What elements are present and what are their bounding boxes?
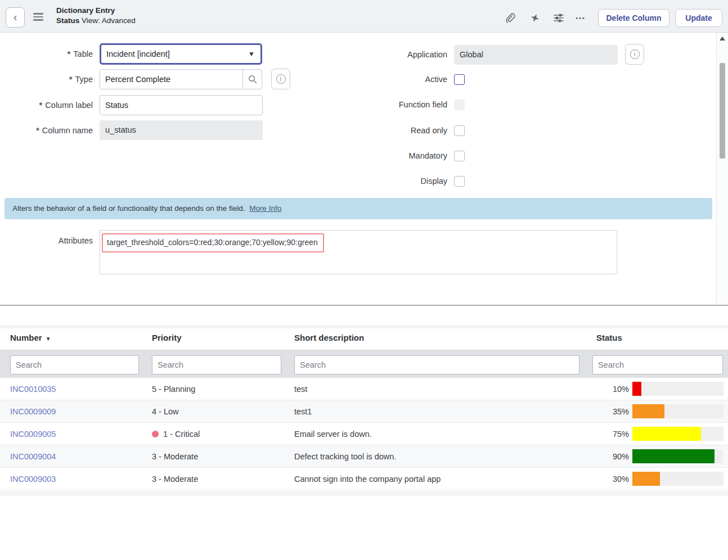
type-info-button[interactable]: i — [271, 69, 290, 89]
column-header-status[interactable]: Status — [596, 333, 622, 342]
field-info-banner: Alters the behavior of a field or functi… — [5, 198, 712, 219]
record-link[interactable]: INC0009004 — [10, 445, 56, 468]
required-icon: * — [39, 100, 43, 110]
page-title: Dictionary Entry Status View: Advanced — [56, 6, 136, 26]
column-header-number[interactable]: Number▼ — [10, 333, 51, 342]
search-input-priority[interactable] — [152, 355, 281, 374]
short-description-cell: test — [294, 378, 307, 400]
application-info-button[interactable]: i — [625, 44, 644, 65]
type-lookup-button[interactable] — [242, 69, 262, 89]
status-bar-track — [632, 382, 723, 396]
info-icon: i — [276, 74, 286, 84]
list-search-row — [0, 350, 728, 378]
view-label: View: Advanced — [82, 16, 136, 25]
status-percent: 10% — [574, 378, 629, 400]
short-description-cell: Email server is down. — [294, 423, 372, 445]
table-select[interactable]: Incident [incident] ▼ — [100, 43, 262, 65]
status-bar-fill — [632, 382, 641, 396]
record-link[interactable]: INC0009003 — [10, 468, 56, 490]
banner-text: Alters the behavior of a field or functi… — [12, 204, 245, 213]
record-name: Status — [56, 16, 79, 25]
sort-caret-icon: ▼ — [46, 336, 51, 342]
table-row: INC0009003 3 - Moderate Cannot sign into… — [0, 468, 728, 490]
search-input-status[interactable] — [592, 355, 723, 374]
table-row: INC0010035 5 - Planning test 10% — [0, 378, 728, 400]
status-percent: 75% — [574, 423, 629, 445]
priority-cell: 5 - Planning — [152, 378, 195, 400]
priority-cell: 3 - Moderate — [152, 445, 198, 468]
status-bar-fill — [632, 449, 714, 463]
status-bar-track — [632, 449, 723, 463]
form-title: Dictionary Entry — [56, 6, 136, 16]
mandatory-label: Mandatory — [307, 151, 447, 160]
back-button[interactable]: ‹ — [6, 7, 25, 28]
info-icon: i — [630, 49, 640, 59]
record-link[interactable]: INC0010035 — [10, 378, 56, 400]
personalize-sliders-icon[interactable] — [553, 12, 564, 24]
read-only-checkbox[interactable] — [454, 125, 465, 136]
required-icon: * — [36, 125, 39, 135]
status-bar-track — [632, 472, 723, 486]
table-label: *Table — [0, 49, 93, 58]
display-label: Display — [307, 177, 447, 186]
status-percent: 35% — [574, 400, 629, 423]
type-input[interactable] — [100, 69, 243, 89]
status-bar-track — [632, 404, 723, 418]
list-top-strip — [0, 325, 728, 328]
required-icon: * — [69, 74, 73, 84]
more-options-icon[interactable]: ••• — [575, 12, 586, 24]
active-label: Active — [307, 75, 447, 84]
column-label-label: *Column label — [0, 100, 93, 110]
table-row: INC0009009 4 - Low test1 35% — [0, 400, 728, 423]
list-bottom-strip — [0, 491, 728, 496]
active-checkbox[interactable] — [454, 74, 465, 85]
priority-cell: 4 - Low — [152, 400, 179, 423]
attributes-highlight-box: target_threshold_colors=0:red;30:orange;… — [102, 233, 324, 252]
column-header-short-description[interactable]: Short description — [294, 333, 364, 342]
attributes-label: Attributes — [0, 236, 93, 245]
status-bar-track — [632, 427, 723, 441]
section-divider — [0, 305, 728, 306]
function-field-checkbox — [454, 100, 465, 110]
application-field: Global — [454, 45, 618, 65]
column-name-label: *Column name — [0, 125, 93, 135]
record-subtitle: Status View: Advanced — [56, 16, 136, 26]
table-row: INC0009004 3 - Moderate Defect tracking … — [0, 445, 728, 468]
form-scrollbar[interactable] — [716, 33, 728, 304]
required-icon: * — [67, 49, 70, 58]
table-row: INC0009005 1 - Critical Email server is … — [0, 423, 728, 445]
status-bar-fill — [632, 472, 660, 486]
status-bar-fill — [632, 427, 701, 441]
search-input-short-description[interactable] — [294, 355, 579, 374]
context-menu-icon[interactable] — [33, 13, 43, 21]
chevron-down-icon: ▼ — [248, 45, 255, 63]
priority-dot — [152, 431, 159, 437]
update-button[interactable]: Update — [675, 9, 722, 27]
attributes-value: target_threshold_colors=0:red;30:orange;… — [107, 238, 318, 247]
column-label-input[interactable] — [100, 95, 263, 115]
short-description-cell: Cannot sign into the company portal app — [294, 468, 441, 490]
mandatory-checkbox[interactable] — [454, 151, 465, 161]
short-description-cell: Defect tracking tool is down. — [294, 445, 396, 468]
dictionary-entry-page: ‹ Dictionary Entry Status View: Advanced — [0, 0, 728, 560]
attributes-field[interactable]: target_threshold_colors=0:red;30:orange;… — [100, 230, 617, 274]
display-checkbox[interactable] — [454, 176, 465, 187]
scrollbar-thumb[interactable] — [720, 63, 725, 159]
record-link[interactable]: INC0009005 — [10, 423, 56, 445]
delete-column-button[interactable]: Delete Column — [598, 9, 669, 27]
read-only-label: Read only — [307, 126, 447, 135]
scrollbar-up-arrow-icon[interactable] — [720, 37, 725, 40]
column-name-field: u_status — [100, 120, 263, 140]
form-header: ‹ Dictionary Entry Status View: Advanced — [0, 0, 728, 33]
star-icon[interactable] — [529, 12, 541, 24]
more-info-link[interactable]: More Info — [249, 204, 281, 213]
short-description-cell: test1 — [294, 400, 312, 423]
search-input-number[interactable] — [10, 355, 139, 374]
type-label: *Type — [0, 74, 93, 84]
status-percent: 90% — [574, 445, 629, 468]
application-label: Application — [307, 50, 447, 59]
attachment-icon[interactable] — [505, 12, 516, 24]
record-link[interactable]: INC0009009 — [10, 400, 56, 423]
incident-list: INC0010035 5 - Planning test 10% INC0009… — [0, 378, 728, 490]
column-header-priority[interactable]: Priority — [152, 333, 182, 342]
